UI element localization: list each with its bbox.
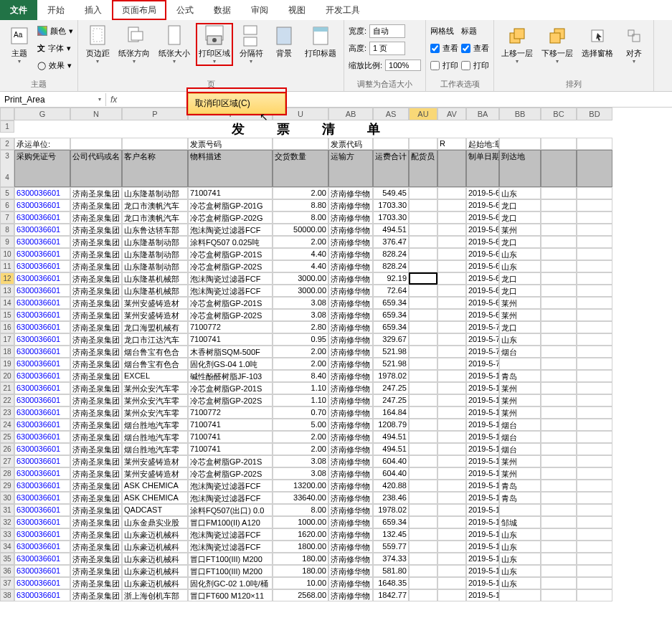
- cell[interactable]: [409, 358, 437, 370]
- row-header[interactable]: 10: [0, 248, 14, 260]
- cell[interactable]: 2019-5-10: [466, 455, 499, 467]
- cell[interactable]: 6300036601: [14, 260, 70, 272]
- cell[interactable]: 济南修华物: [328, 382, 373, 394]
- cell[interactable]: 济南圣泉集团: [70, 358, 122, 370]
- cell[interactable]: 邹城: [499, 516, 541, 528]
- cell[interactable]: 烟台胜地汽车零: [122, 419, 188, 431]
- cell[interactable]: 3.08: [273, 297, 328, 309]
- cell[interactable]: [541, 394, 577, 406]
- cell[interactable]: 2019-5-10: [466, 467, 499, 480]
- cell[interactable]: [437, 285, 466, 297]
- tab-data[interactable]: 数据: [204, 0, 241, 20]
- cell[interactable]: 6300036601: [14, 309, 70, 321]
- cell[interactable]: 固化剂GC-02 1.0吨/桶: [188, 577, 273, 589]
- cell[interactable]: 180.00: [273, 565, 328, 577]
- cell[interactable]: 6300036601: [14, 297, 70, 309]
- cell[interactable]: [409, 224, 437, 236]
- tab-view[interactable]: 视图: [278, 0, 316, 20]
- cell[interactable]: 山东隆基机械部: [122, 272, 188, 285]
- cell[interactable]: [437, 382, 466, 394]
- cell[interactable]: [577, 467, 612, 480]
- printtitles-button[interactable]: 打印标题: [302, 23, 339, 60]
- cell[interactable]: 济南圣泉集团: [70, 443, 122, 455]
- cell[interactable]: [541, 492, 577, 504]
- cell[interactable]: 山东: [499, 187, 541, 199]
- row-header[interactable]: 2: [0, 138, 14, 150]
- cell[interactable]: 济南修华物: [328, 528, 373, 541]
- cell[interactable]: 济南修华物: [328, 553, 373, 565]
- cell[interactable]: 2019-5-6: [466, 248, 499, 260]
- cell[interactable]: 494.51: [373, 443, 409, 455]
- cell[interactable]: 冷芯盒树脂GP-201S: [188, 382, 273, 394]
- cell[interactable]: 2019-5-6: [466, 236, 499, 248]
- cell[interactable]: 山东豪迈机械科: [122, 565, 188, 577]
- cell[interactable]: 莱州众安汽车零: [122, 406, 188, 419]
- row-header[interactable]: 21: [0, 382, 14, 394]
- cell[interactable]: [541, 565, 577, 577]
- cell[interactable]: 莱州安盛铸造材: [122, 309, 188, 321]
- cell[interactable]: 龙口海盟机械有: [122, 321, 188, 333]
- cell[interactable]: 3.08: [273, 467, 328, 480]
- cell[interactable]: 10.00: [273, 577, 328, 589]
- cell[interactable]: [437, 333, 466, 346]
- cell[interactable]: [437, 370, 466, 382]
- cell[interactable]: 龙口市澳帆汽车: [122, 211, 188, 224]
- cell[interactable]: 2019-5-10: [466, 589, 499, 601]
- cell[interactable]: 6300036601: [14, 553, 70, 565]
- cell[interactable]: [409, 394, 437, 406]
- cell[interactable]: 济南圣泉集团: [70, 199, 122, 211]
- cell[interactable]: [541, 236, 577, 248]
- cell[interactable]: [577, 541, 612, 553]
- cell[interactable]: [541, 260, 577, 272]
- cell[interactable]: 济南修华物: [328, 431, 373, 443]
- row-header[interactable]: 37: [0, 577, 14, 589]
- cell[interactable]: 6300036601: [14, 346, 70, 358]
- cell[interactable]: [437, 297, 466, 309]
- cell[interactable]: 6300036601: [14, 467, 70, 480]
- cell[interactable]: [409, 455, 437, 467]
- cell[interactable]: 6300036601: [14, 492, 70, 504]
- cell[interactable]: 山东金鼎实业股: [122, 516, 188, 528]
- row-header[interactable]: 12: [0, 272, 14, 285]
- col-header[interactable]: P: [122, 108, 188, 120]
- cell[interactable]: 济南圣泉集团: [70, 394, 122, 406]
- cell[interactable]: 山东: [499, 577, 541, 589]
- cell[interactable]: 碱性酚醛树脂JF-103: [188, 370, 273, 382]
- cell[interactable]: 6300036601: [14, 541, 70, 553]
- cell[interactable]: 2568.00: [273, 589, 328, 601]
- cell[interactable]: 济南修华物: [328, 370, 373, 382]
- cell[interactable]: 7100772: [188, 406, 273, 419]
- cell[interactable]: 济南修华物: [328, 321, 373, 333]
- cell[interactable]: 济南修华物: [328, 565, 373, 577]
- cell[interactable]: 2.80: [273, 321, 328, 333]
- cell[interactable]: [437, 528, 466, 541]
- cell[interactable]: [409, 382, 437, 394]
- cell[interactable]: 1842.77: [373, 589, 409, 601]
- cell[interactable]: 山东: [499, 333, 541, 346]
- row-header[interactable]: 34: [0, 150, 14, 187]
- cell[interactable]: [409, 406, 437, 419]
- cell[interactable]: 济南圣泉集团: [70, 382, 122, 394]
- row-header[interactable]: 26: [0, 443, 14, 455]
- cell[interactable]: 莱州安盛铸造材: [122, 297, 188, 309]
- cell[interactable]: 5.00: [273, 419, 328, 431]
- cell[interactable]: 冷芯盒树脂GP-202S: [188, 260, 273, 272]
- cell[interactable]: [541, 541, 577, 553]
- cell[interactable]: [577, 285, 612, 297]
- cell[interactable]: 山东: [499, 260, 541, 272]
- cell[interactable]: 13200.00: [273, 480, 328, 492]
- cell[interactable]: [577, 321, 612, 333]
- cell[interactable]: 659.34: [373, 297, 409, 309]
- cell[interactable]: 龙口: [499, 199, 541, 211]
- theme-fonts[interactable]: 文字体 ▾: [37, 40, 73, 56]
- tab-file[interactable]: 文件: [0, 0, 37, 20]
- fx-icon[interactable]: fx: [106, 95, 121, 105]
- cell[interactable]: 2019-5-6: [466, 199, 499, 211]
- cell[interactable]: 山东豪迈机械科: [122, 528, 188, 541]
- cell[interactable]: [409, 211, 437, 224]
- cell[interactable]: [577, 272, 612, 285]
- col-header[interactable]: BA: [466, 108, 499, 120]
- cell[interactable]: [541, 467, 577, 480]
- cell[interactable]: [577, 297, 612, 309]
- cell[interactable]: 2019-5-10: [466, 382, 499, 394]
